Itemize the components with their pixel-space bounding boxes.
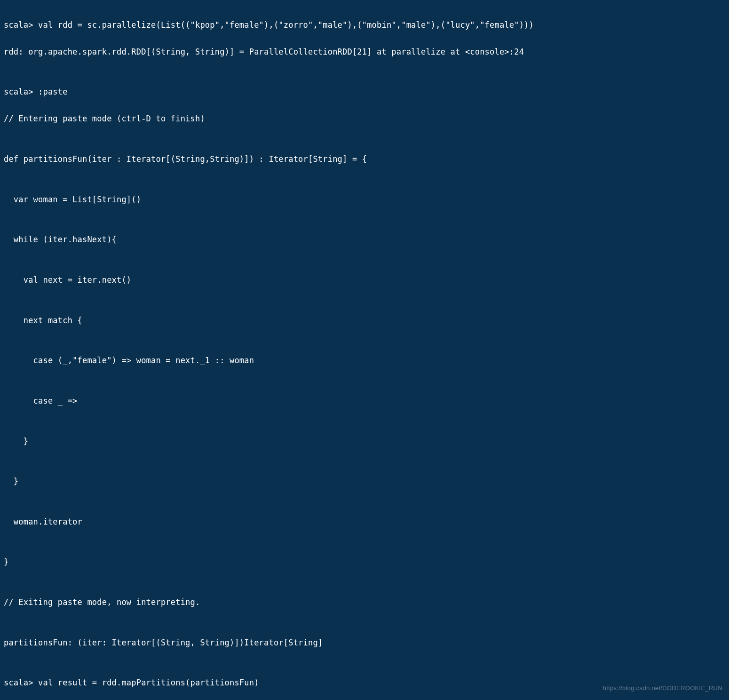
watermark-text: https://blog.csdn.net/CODEROOKIE_RUN [603, 683, 722, 693]
terminal-line: var woman = List[String]() [4, 193, 725, 207]
terminal-line: // Entering paste mode (ctrl-D to finish… [4, 112, 725, 126]
terminal-line: rdd: org.apache.spark.rdd.RDD[(String, S… [4, 45, 725, 59]
terminal-line: } [4, 435, 725, 448]
terminal-output: scala> val rdd = sc.parallelize(List(("k… [0, 0, 729, 700]
terminal-line: case (_,"female") => woman = next._1 :: … [4, 354, 725, 367]
terminal-line: scala> val rdd = sc.parallelize(List(("k… [4, 18, 725, 32]
terminal-line: woman.iterator [4, 515, 725, 529]
terminal-line: case _ => [4, 394, 725, 408]
terminal-line: val next = iter.next() [4, 273, 725, 287]
terminal-line: partitionsFun: (iter: Iterator[(String, … [4, 636, 725, 650]
terminal-line: def partitionsFun(iter : Iterator[(Strin… [4, 152, 725, 166]
terminal-line: // Exiting paste mode, now interpreting. [4, 596, 725, 609]
terminal-line: next match { [4, 314, 725, 327]
terminal-line: scala> :paste [4, 85, 725, 99]
terminal-line: } [4, 555, 725, 569]
terminal-line: while (iter.hasNext){ [4, 233, 725, 247]
terminal-line: } [4, 475, 725, 488]
